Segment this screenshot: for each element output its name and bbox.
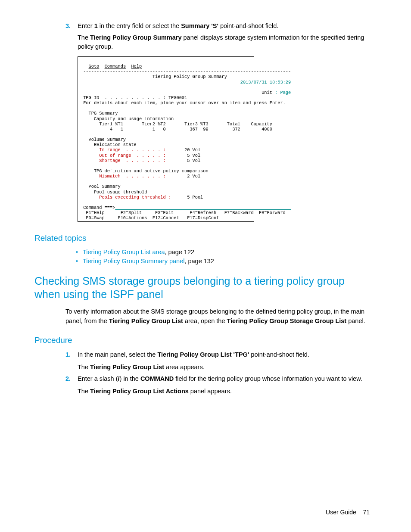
t: Tiering Policy Group List Actions bbox=[90, 388, 189, 395]
shortage-label[interactable]: Shortage . . . . . . . : bbox=[81, 158, 166, 163]
t: Tiering Policy Group List bbox=[109, 317, 183, 324]
step-3: 3. Enter 1 in the entry field or select … bbox=[65, 22, 370, 31]
out-range-label[interactable]: Out of range . . . . . : bbox=[81, 153, 166, 158]
step-number: 1. bbox=[65, 350, 78, 372]
pool-summary-hdr: Pool Summary bbox=[81, 184, 121, 189]
menu-goto[interactable]: Goto bbox=[89, 64, 100, 69]
t: Summary 'S' bbox=[181, 22, 218, 29]
t: panel. bbox=[346, 317, 365, 324]
procedure-step-1: 1. In the main panel, select the Tiering… bbox=[65, 350, 370, 372]
step-text: In the main panel, select the Tiering Po… bbox=[78, 350, 370, 372]
fkeys-row1: F1=Help F2=Split F3=Exit F4=Refresh F7=B… bbox=[81, 210, 286, 215]
t: Tiering Policy Group Storage Group List bbox=[227, 317, 346, 324]
pool-exc-label[interactable]: Pools exceeding threshold : bbox=[81, 195, 171, 200]
reloc-hdr: Relocation state bbox=[81, 142, 137, 147]
step-text: Enter a slash (/) in the COMMAND field f… bbox=[78, 374, 370, 396]
mismatch-label[interactable]: Mismatch . . . . . . . : bbox=[81, 174, 166, 179]
t: area appears. bbox=[164, 364, 205, 370]
tpg-id: TPG ID . . . . . . . . . . . : TPG0001 bbox=[81, 95, 187, 100]
t: area, open the bbox=[183, 317, 227, 324]
capacity-hdr: Capacity and usage information bbox=[81, 116, 174, 121]
pool-exc-val: 5 Pool bbox=[171, 195, 203, 200]
t: point-and-shoot field. bbox=[249, 351, 309, 358]
command-input[interactable] bbox=[115, 205, 291, 210]
t: field for the tiering policy group whose… bbox=[174, 375, 362, 382]
related-topics-heading: Related topics bbox=[34, 232, 370, 244]
mismatch-val: 2 Vol bbox=[166, 174, 200, 179]
step-number: 3. bbox=[65, 22, 78, 31]
t: 1 bbox=[94, 22, 98, 29]
t: The bbox=[78, 388, 90, 395]
step-number: 2. bbox=[65, 374, 78, 396]
terminal-panel: Goto Commands Help ---------------------… bbox=[78, 56, 254, 222]
procedure-heading: Procedure bbox=[34, 334, 370, 346]
in-range-label[interactable]: In range . . . . . . . : bbox=[81, 147, 166, 152]
t: Enter bbox=[78, 22, 94, 29]
procedure-step-2: 2. Enter a slash (/) in the COMMAND fiel… bbox=[65, 374, 370, 396]
t: ) in the bbox=[120, 375, 140, 382]
t: Tiering Policy Group Summary bbox=[90, 34, 181, 41]
t: In the main panel, select the bbox=[78, 351, 157, 358]
t: in the entry field or select the bbox=[98, 22, 181, 29]
command-prompt[interactable]: Command ===> bbox=[81, 205, 115, 210]
t: COMMAND bbox=[140, 375, 174, 382]
capacity-vals: 4 1 1 0 367 99 372 4000 bbox=[81, 127, 272, 132]
out-range-val: 5 Vol bbox=[166, 153, 200, 158]
t: , page 132 bbox=[184, 258, 214, 264]
panel-title: Tiering Policy Group Summary bbox=[81, 74, 227, 79]
t: : bbox=[275, 90, 280, 95]
link-tpg-list-area[interactable]: Tiering Policy Group List area bbox=[83, 249, 165, 255]
tpg-def-hdr: TPG definition and active policy compari… bbox=[81, 168, 209, 174]
step-3-para: The Tiering Policy Group Summary panel d… bbox=[78, 33, 370, 51]
t: point-and-shoot field. bbox=[218, 22, 278, 29]
vol-summary-hdr: Volume Summary bbox=[81, 137, 126, 142]
section-intro: To verify information about the SMS stor… bbox=[65, 307, 370, 325]
related-topics-list: Tiering Policy Group List area, page 122… bbox=[76, 248, 370, 266]
shortage-val: 5 Vol bbox=[166, 158, 200, 163]
menu-commands[interactable]: Commands bbox=[105, 64, 126, 69]
in-range-val: 20 Vol bbox=[166, 147, 200, 152]
list-item: Tiering Policy Group List area, page 122 bbox=[76, 248, 370, 257]
t: The bbox=[78, 34, 90, 41]
list-item: Tiering Policy Group Summary panel, page… bbox=[76, 257, 370, 266]
t: Enter a slash ( bbox=[78, 375, 118, 382]
unit-label: Unit bbox=[81, 90, 275, 95]
fkeys-row2: F9=Swap F10=Actions F12=Cancel F17=DispC… bbox=[81, 215, 219, 221]
hr: ----------------------------------------… bbox=[81, 69, 291, 74]
section-heading: Checking SMS storage groups belonging to… bbox=[34, 274, 370, 302]
t: , page 122 bbox=[165, 249, 194, 255]
unit-value: Page bbox=[280, 90, 291, 95]
page-number: 71 bbox=[363, 509, 370, 516]
page-footer: User Guide 71 bbox=[34, 508, 370, 516]
timestamp: 2013/07/31 18:53:29 bbox=[81, 80, 291, 85]
capacity-cols: Tier1 %T1 Tier2 %T2 Tier3 %T3 Total Capa… bbox=[81, 121, 272, 127]
footer-label: User Guide bbox=[326, 509, 356, 516]
t: The bbox=[78, 364, 90, 370]
pool-thr-hdr: Pool usage threshold bbox=[81, 190, 147, 195]
link-tpg-summary-panel[interactable]: Tiering Policy Group Summary panel bbox=[83, 258, 184, 264]
menu-help[interactable]: Help bbox=[131, 64, 142, 69]
tpg-summary-hdr: TPG Summary bbox=[81, 111, 118, 116]
step-text: Enter 1 in the entry field or select the… bbox=[78, 22, 370, 31]
t: Tiering Policy Group List 'TPG' bbox=[157, 351, 249, 358]
t: Tiering Policy Group List bbox=[90, 364, 164, 370]
t: panel appears. bbox=[189, 388, 232, 395]
hint: For details about each item, place your … bbox=[81, 100, 286, 106]
